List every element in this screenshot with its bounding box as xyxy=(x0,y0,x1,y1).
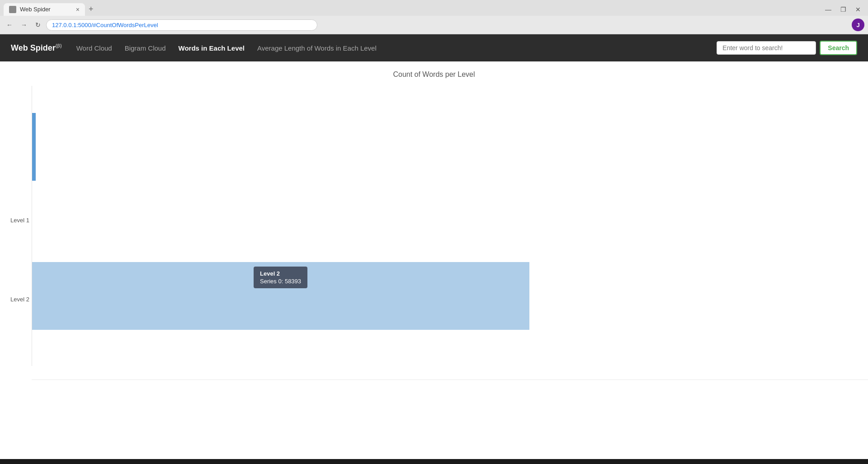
forward-button[interactable]: → xyxy=(18,20,30,29)
nav-links: Word Cloud Bigram Cloud Words in Each Le… xyxy=(76,44,703,52)
close-button[interactable]: ✕ xyxy=(852,5,864,14)
main-content: Count of Words per Level Level 1 Level 2… xyxy=(0,61,868,459)
tab-title: Web Spider xyxy=(20,6,51,13)
y-label-level1: Level 1 xyxy=(0,217,29,224)
reload-button[interactable]: ↻ xyxy=(33,20,43,29)
browser-chrome: Web Spider × + — ❐ ✕ ← → ↻ J xyxy=(0,0,868,34)
nav-link-avg-length[interactable]: Average Length of Words in Each Level xyxy=(257,44,377,52)
chart-tooltip: Level 2 Series 0: 58393 xyxy=(254,267,307,288)
nav-link-bigram-cloud[interactable]: Bigram Cloud xyxy=(125,44,166,52)
app-navbar: Web Spider(β) Word Cloud Bigram Cloud Wo… xyxy=(0,34,868,61)
nav-link-words-in-each-level[interactable]: Words in Each Level xyxy=(179,44,245,52)
url-input[interactable] xyxy=(46,19,317,31)
avatar: J xyxy=(852,19,864,31)
app-brand: Web Spider(β) xyxy=(11,43,62,53)
minimize-button[interactable]: — xyxy=(821,5,835,14)
chart-container: Level 1 Level 2 Level 2 Series 0: 58393 xyxy=(0,86,868,366)
address-bar: ← → ↻ J xyxy=(0,16,868,34)
tooltip-title: Level 2 xyxy=(260,270,301,277)
browser-actions: J xyxy=(852,19,864,31)
grid-line-3 xyxy=(32,380,868,380)
chart-bars: Level 2 Series 0: 58393 xyxy=(32,86,868,366)
window-controls: — ❐ ✕ xyxy=(821,5,864,14)
search-area: Search xyxy=(717,41,857,55)
brand-sup: (β) xyxy=(56,43,62,48)
tooltip-series: Series 0: 58393 xyxy=(260,278,301,285)
new-tab-button[interactable]: + xyxy=(85,3,97,16)
y-label-level2: Level 2 xyxy=(0,296,29,303)
footer: Built with ♥ by Jinesh Parakh xyxy=(0,459,868,464)
active-tab[interactable]: Web Spider × xyxy=(4,3,85,16)
nav-link-word-cloud[interactable]: Word Cloud xyxy=(76,44,112,52)
bar-level1 xyxy=(32,113,36,181)
tab-bar: Web Spider × + — ❐ ✕ xyxy=(0,0,868,16)
maximize-button[interactable]: ❐ xyxy=(837,5,850,14)
brand-text: Web Spider xyxy=(11,43,56,52)
search-button[interactable]: Search xyxy=(820,41,857,55)
chart-title: Count of Words per Level xyxy=(0,70,868,79)
tab-favicon xyxy=(9,6,16,13)
tab-close-button[interactable]: × xyxy=(76,6,80,13)
back-button[interactable]: ← xyxy=(4,20,15,29)
search-input[interactable] xyxy=(717,41,816,55)
